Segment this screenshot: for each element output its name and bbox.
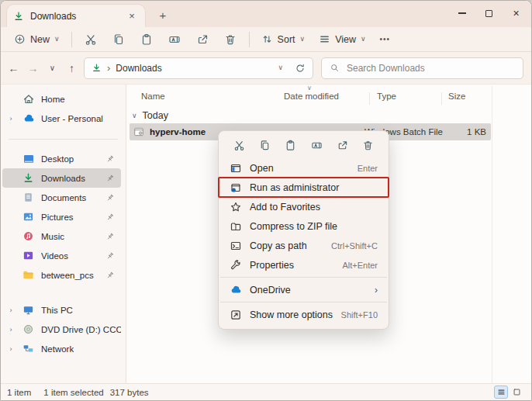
this-pc-icon [22, 304, 35, 316]
sidebar-item-this-pc[interactable]: › This PC [2, 300, 121, 320]
close-button[interactable]: × [503, 1, 530, 26]
column-date-modified[interactable]: Date modified [284, 92, 339, 101]
sidebar-item-label: Network [41, 344, 74, 354]
menu-item-properties[interactable]: Properties Alt+Enter [219, 255, 389, 275]
view-button[interactable]: View ∨ [312, 29, 372, 50]
sidebar-item-label: Home [41, 95, 65, 104]
expand-chevron-icon[interactable]: › [5, 306, 16, 314]
documents-icon [22, 192, 35, 204]
rename-icon [168, 33, 181, 46]
sidebar-item-videos[interactable]: Videos [2, 246, 121, 265]
star-icon [230, 201, 242, 213]
maximize-icon [485, 10, 492, 17]
menu-item-copy-as-path[interactable]: Copy as path Ctrl+Shift+C [219, 236, 389, 255]
sidebar-item-music[interactable]: Music [2, 226, 121, 246]
cut-icon [85, 33, 97, 46]
column-size[interactable]: Size [448, 92, 465, 101]
maximize-button[interactable] [475, 1, 503, 26]
onedrive-icon [230, 284, 242, 296]
menu-item-label: Run as administrator [250, 182, 370, 193]
copy-as-path-icon [230, 240, 242, 252]
pictures-icon [22, 211, 35, 223]
sidebar-item-label: Downloads [41, 174, 85, 183]
sidebar-item-documents[interactable]: Documents [2, 188, 121, 207]
pin-icon [105, 193, 115, 202]
address-dropdown-icon[interactable]: ∨ [278, 64, 283, 71]
copy-button[interactable] [254, 135, 275, 155]
minimize-icon [458, 12, 466, 13]
address-breadcrumb[interactable]: › Downloads ∨ [84, 57, 313, 79]
back-button[interactable]: ← [4, 58, 23, 78]
cut-button[interactable] [77, 29, 105, 50]
sort-button[interactable]: Sort ∨ [254, 29, 313, 50]
expand-chevron-icon[interactable]: › [5, 115, 16, 123]
menu-item-shortcut: Enter [358, 164, 378, 173]
file-size: 1 KB [467, 127, 486, 137]
menu-item-add-to-favorites[interactable]: Add to Favorites [219, 197, 389, 216]
network-icon [22, 343, 35, 355]
menu-item-compress-to-zip[interactable]: Compress to ZIP file [219, 216, 389, 236]
new-button[interactable]: New ∨ [7, 29, 67, 50]
toolbar-separator [249, 32, 250, 47]
search-input[interactable] [347, 63, 515, 74]
menu-item-run-as-administrator[interactable]: Run as administrator [219, 178, 389, 197]
new-tab-button[interactable]: + [155, 7, 171, 22]
sort-icon [261, 33, 273, 45]
file-name: hyperv-home [150, 127, 206, 137]
menu-item-label: Add to Favorites [250, 202, 370, 213]
column-name[interactable]: Name [141, 92, 165, 101]
paste-icon [285, 140, 296, 151]
sidebar-item-label: Desktop [41, 154, 74, 164]
sidebar-item-onedrive[interactable]: › User - Personal [2, 109, 121, 128]
pin-icon [105, 271, 115, 280]
minimize-button[interactable] [448, 1, 475, 26]
menu-item-show-more-options[interactable]: Show more options Shift+F10 [219, 305, 389, 324]
menu-item-label: Open [250, 163, 350, 174]
sidebar-item-home[interactable]: Home [2, 89, 121, 109]
delete-button[interactable] [216, 29, 244, 50]
paste-button[interactable] [281, 135, 301, 155]
paste-button[interactable] [133, 29, 161, 50]
sidebar-item-downloads[interactable]: Downloads [2, 168, 121, 188]
expand-chevron-icon[interactable]: › [5, 345, 16, 353]
batch-file-icon [133, 126, 144, 137]
share-button[interactable] [188, 29, 216, 50]
menu-item-onedrive[interactable]: OneDrive › [219, 280, 389, 299]
up-button[interactable]: ↑ [62, 58, 81, 78]
share-button[interactable] [333, 135, 353, 155]
delete-button[interactable] [358, 135, 378, 155]
sidebar-item-label: User - Personal [41, 114, 103, 123]
rename-button[interactable] [161, 29, 188, 50]
search-box[interactable] [321, 57, 523, 79]
selection-count: 1 item selected [43, 388, 103, 397]
new-button-label: New [30, 34, 50, 45]
forward-button[interactable]: → [23, 58, 43, 78]
copy-icon [259, 140, 271, 151]
group-header-today[interactable]: ∨ Today [132, 110, 168, 121]
view-list-icon [319, 33, 330, 45]
videos-icon [22, 250, 35, 262]
rename-button[interactable] [306, 135, 326, 155]
cut-icon [233, 140, 245, 151]
menu-separator [220, 277, 387, 278]
sidebar-item-network[interactable]: › Network [2, 339, 121, 358]
more-options-button[interactable]: ••• [373, 29, 398, 50]
expand-chevron-icon[interactable]: › [5, 326, 16, 334]
downloads-icon [92, 63, 102, 73]
column-type[interactable]: Type [377, 92, 396, 101]
copy-button[interactable] [105, 29, 133, 50]
tab-close-icon[interactable]: × [125, 9, 139, 23]
tab-downloads[interactable]: Downloads × [7, 5, 145, 27]
large-icons-view-toggle[interactable] [510, 385, 523, 399]
sidebar-item-dvd-drive[interactable]: › DVD Drive (D:) CCCOMA_X6 [2, 320, 121, 339]
sidebar-item-pictures[interactable]: Pictures [2, 207, 121, 226]
sidebar-item-desktop[interactable]: Desktop [2, 149, 121, 168]
details-view-toggle[interactable] [494, 385, 508, 399]
breadcrumb-location[interactable]: Downloads [116, 63, 161, 74]
cut-button[interactable] [229, 135, 249, 155]
recent-locations-button[interactable]: ∨ [43, 58, 62, 78]
refresh-button[interactable] [295, 63, 306, 74]
dvd-icon [22, 323, 35, 336]
sidebar-item-between-pcs[interactable]: between_pcs [2, 265, 121, 285]
menu-item-open[interactable]: Open Enter [219, 158, 389, 178]
